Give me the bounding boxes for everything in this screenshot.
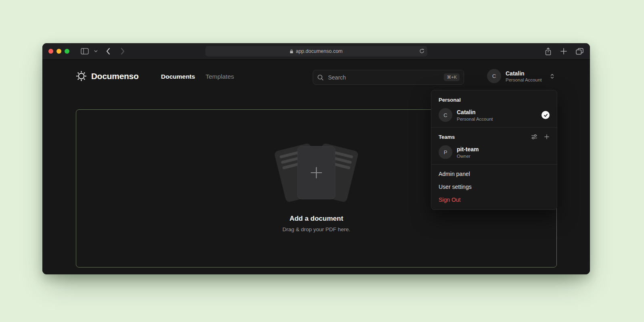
personal-account-type: Personal Account <box>457 117 493 121</box>
menu-item-user-settings[interactable]: User settings <box>435 180 554 193</box>
personal-section-label: Personal <box>435 94 554 106</box>
team-item[interactable]: P pit-team Owner <box>435 143 554 161</box>
sidebar-toggle-icon[interactable] <box>79 43 90 59</box>
account-name: Catalin <box>506 70 542 77</box>
chevron-up-down-icon <box>550 73 554 79</box>
teams-section-label: Teams <box>439 134 531 140</box>
brand[interactable]: Documenso <box>76 71 139 82</box>
titlebar-right-controls <box>545 43 583 59</box>
tab-overview-icon[interactable] <box>576 48 583 55</box>
documenso-app: Documenso Documents Templates ⌘+K C Cata… <box>42 60 590 274</box>
menu-item-admin-panel[interactable]: Admin panel <box>435 167 554 180</box>
account-menu-trigger[interactable]: C Catalin Personal Account <box>487 69 554 83</box>
search-icon <box>317 74 324 81</box>
team-name: pit-team <box>457 146 479 153</box>
url-text: app.documenso.com <box>296 48 343 54</box>
account-type: Personal Account <box>506 77 542 82</box>
brand-name: Documenso <box>91 71 139 81</box>
close-window-button[interactable] <box>48 49 53 54</box>
browser-window: app.documenso.com <box>42 43 590 274</box>
forward-button[interactable] <box>117 43 128 59</box>
dropzone-title: Add a document <box>76 215 556 223</box>
documents-illustration <box>272 144 361 203</box>
dropzone-subtitle: Drag & drop your PDF here. <box>76 226 556 232</box>
reload-icon[interactable] <box>419 48 424 54</box>
tab-group-chevron-icon[interactable] <box>92 43 99 59</box>
plus-icon <box>309 165 324 180</box>
avatar: C <box>487 69 501 83</box>
nav-documents[interactable]: Documents <box>161 73 195 80</box>
share-icon[interactable] <box>545 47 552 56</box>
account-dropdown-menu: Personal C Catalin Personal Account Team… <box>431 90 557 210</box>
browser-titlebar: app.documenso.com <box>42 43 590 60</box>
new-tab-icon[interactable] <box>560 48 567 54</box>
manage-teams-icon[interactable] <box>531 134 537 140</box>
search-bar[interactable]: ⌘+K <box>313 70 464 85</box>
personal-account-item[interactable]: C Catalin Personal Account <box>435 106 554 124</box>
teams-section-header: Teams <box>435 130 554 143</box>
menu-divider <box>431 164 557 165</box>
minimize-window-button[interactable] <box>56 49 61 54</box>
zoom-window-button[interactable] <box>65 49 69 54</box>
nav-templates[interactable]: Templates <box>205 73 234 80</box>
address-bar[interactable]: app.documenso.com <box>205 46 427 56</box>
main-nav: Documents Templates <box>161 73 234 80</box>
menu-item-sign-out[interactable]: Sign Out <box>435 193 554 206</box>
team-role: Owner <box>457 154 479 159</box>
document-card-center <box>298 146 335 199</box>
menu-divider <box>431 127 557 128</box>
search-input[interactable] <box>327 74 440 81</box>
documenso-logo-icon <box>76 71 87 82</box>
selected-check-icon <box>542 111 550 119</box>
avatar: P <box>439 145 452 159</box>
lock-icon <box>290 49 293 54</box>
traffic-lights <box>48 49 69 54</box>
search-shortcut-badge: ⌘+K <box>444 73 460 81</box>
personal-account-name: Catalin <box>457 109 493 116</box>
avatar: C <box>439 108 452 122</box>
create-team-icon[interactable] <box>544 134 550 140</box>
back-button[interactable] <box>103 43 113 59</box>
